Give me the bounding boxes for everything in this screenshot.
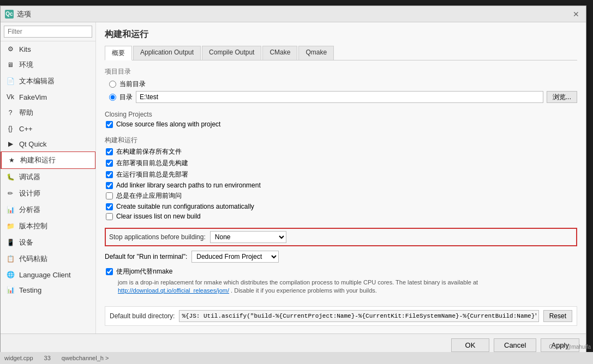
build-run-label: 构建和运行 (105, 136, 577, 145)
dir-radio-row: 目录 浏览... (109, 91, 577, 103)
tab-cmake[interactable]: CMake (262, 46, 297, 60)
browse-button[interactable]: 浏览... (547, 91, 577, 103)
cpp-icon: {} (6, 124, 15, 133)
build-run-label: 构建和运行 (20, 155, 56, 165)
add-linker-paths-checkbox[interactable] (106, 182, 113, 189)
sidebar-item-cpp[interactable]: {}C++ (1, 121, 95, 136)
always-prompt-row: 总是在停止应用前询问 (105, 191, 577, 201)
clear-issues-checkbox[interactable] (106, 213, 113, 220)
project-dir-label: 项目目录 (105, 67, 577, 76)
options-dialog: Qc 选项 ✕ ⚙Kits🖥环境📄文本编辑器VkFakeVim?帮助{}C++▶… (0, 5, 586, 357)
ok-button[interactable]: OK (451, 338, 489, 352)
version-control-icon: 📁 (6, 222, 15, 230)
debugger-icon: 🐛 (6, 173, 15, 181)
always-deploy-before-build-checkbox[interactable] (106, 160, 113, 167)
build-run-checkboxes: 在构建前保存所有文件在部署项目前总是先构建在运行项目前总是先部署Add link… (105, 147, 577, 220)
kits-icon: ⚙ (6, 45, 15, 53)
sidebar-item-kits[interactable]: ⚙Kits (1, 41, 95, 57)
save-before-build-checkbox[interactable] (106, 148, 113, 155)
dialog-title: 选项 (17, 9, 571, 19)
sidebar-item-language-client[interactable]: 🌐Language Client (1, 267, 95, 282)
sidebar-item-debugger[interactable]: 🐛调试器 (1, 169, 95, 185)
devices-icon: 📱 (6, 238, 15, 247)
tab-overview[interactable]: 概要 (105, 46, 132, 60)
tab-qmake[interactable]: Qmake (298, 46, 334, 60)
sidebar-filter-input[interactable] (4, 26, 92, 38)
sidebar-items-list: ⚙Kits🖥环境📄文本编辑器VkFakeVim?帮助{}C++▶Qt Quick… (1, 41, 95, 333)
clear-issues-row: Clear issues list on new build (105, 213, 577, 220)
dialog-body: ⚙Kits🖥环境📄文本编辑器VkFakeVim?帮助{}C++▶Qt Quick… (1, 22, 586, 333)
project-dir-radio-group: 当前目录 目录 浏览... (105, 80, 577, 103)
default-build-dir-input[interactable] (179, 310, 538, 322)
sidebar-item-analyzer[interactable]: 📊分析器 (1, 202, 95, 218)
current-dir-radio-row: 当前目录 (109, 80, 577, 89)
current-dir-radio[interactable] (109, 81, 116, 88)
sidebar-item-designer[interactable]: ✏设计师 (1, 185, 95, 202)
auto-run-configs-label: Create suitable run configurations autom… (116, 203, 254, 210)
always-deploy-before-build-label: 在部署项目前总是先构建 (116, 159, 188, 168)
sidebar-item-help[interactable]: ?帮助 (1, 105, 95, 121)
sidebar-item-text-editor[interactable]: 📄文本编辑器 (1, 73, 95, 89)
default-terminal-row: Default for "Run in terminal": Deduced F… (105, 251, 577, 263)
default-build-dir-row: Default build directory: Reset (105, 306, 577, 326)
sidebar-item-build-run[interactable]: ★构建和运行 (1, 151, 95, 169)
close-source-files-checkbox[interactable] (106, 121, 113, 128)
testing-icon: 📊 (6, 286, 15, 294)
terminal-select[interactable]: Deduced From Project Terminal None (191, 251, 279, 263)
dir-input[interactable] (136, 91, 543, 103)
cpp-label: C++ (19, 125, 33, 133)
sidebar: ⚙Kits🖥环境📄文本编辑器VkFakeVim?帮助{}C++▶Qt Quick… (1, 22, 96, 333)
always-deploy-before-run-row: 在运行项目前总是先部署 (105, 170, 577, 179)
add-linker-paths-row: Add linker library search paths to run e… (105, 181, 577, 189)
jom-desc-line2: . Disable it if you experience problems … (231, 287, 377, 294)
close-source-files-row: Close source files along with project (105, 120, 577, 128)
jom-link[interactable]: http://download.qt.io/official_releases/… (118, 287, 229, 294)
code-paste-label: 代码粘贴 (19, 254, 47, 264)
always-deploy-before-build-row: 在部署项目前总是先构建 (105, 159, 577, 168)
jom-checkbox-label: 使用jom代替nmake (116, 267, 172, 276)
add-linker-paths-label: Add linker library search paths to run e… (116, 181, 261, 189)
dir-radio[interactable] (109, 94, 116, 101)
reset-button[interactable]: Reset (543, 310, 572, 322)
text-editor-label: 文本编辑器 (19, 76, 55, 86)
auto-run-configs-row: Create suitable run configurations autom… (105, 203, 577, 210)
always-deploy-before-run-checkbox[interactable] (106, 171, 113, 178)
close-source-files-label: Close source files along with project (116, 120, 220, 128)
jom-section: 使用jom代替nmake jom is a drop-in replacemen… (105, 267, 577, 295)
sidebar-item-testing[interactable]: 📊Testing (1, 282, 95, 298)
devices-label: 设备 (19, 238, 33, 247)
tab-app-output[interactable]: Application Output (133, 46, 201, 60)
sidebar-item-devices[interactable]: 📱设备 (1, 234, 95, 251)
cancel-button[interactable]: Cancel (494, 338, 536, 352)
jom-checkbox[interactable] (106, 268, 113, 275)
stop-app-select[interactable]: None All Same (210, 231, 286, 243)
watermark: CSDN @mahuifa (549, 344, 591, 350)
dir-label: 目录 (119, 93, 133, 102)
qt-quick-label: Qt Quick (19, 140, 47, 148)
sidebar-filter-container (1, 22, 95, 41)
qt-quick-icon: ▶ (6, 139, 15, 148)
stop-app-label: Stop applications before building: (109, 233, 206, 241)
analyzer-icon: 📊 (6, 205, 15, 214)
sidebar-item-qt-quick[interactable]: ▶Qt Quick (1, 136, 95, 151)
dialog-titlebar: Qc 选项 ✕ (1, 6, 586, 22)
always-deploy-before-run-label: 在运行项目前总是先部署 (116, 170, 188, 179)
sidebar-item-fakevim[interactable]: VkFakeVim (1, 89, 95, 105)
jom-description: jom is a drop-in replacement for nmake w… (118, 278, 577, 295)
tab-compile-output[interactable]: Compile Output (202, 46, 261, 60)
sidebar-item-code-paste[interactable]: 📋代码粘贴 (1, 251, 95, 267)
testing-label: Testing (19, 286, 41, 294)
sidebar-item-version-control[interactable]: 📁版本控制 (1, 218, 95, 234)
save-before-build-row: 在构建前保存所有文件 (105, 147, 577, 156)
dialog-close-button[interactable]: ✕ (571, 9, 582, 20)
environment-label: 环境 (19, 60, 33, 70)
auto-run-configs-checkbox[interactable] (106, 203, 113, 210)
jom-checkbox-row: 使用jom代替nmake (105, 267, 577, 276)
always-prompt-checkbox[interactable] (106, 192, 113, 199)
bottom-file2: qwebchannel_h > (62, 355, 109, 361)
designer-icon: ✏ (6, 189, 15, 198)
fakevim-icon: Vk (6, 93, 15, 101)
sidebar-item-environment[interactable]: 🖥环境 (1, 57, 95, 73)
page-title: 构建和运行 (105, 29, 577, 40)
stop-applications-row: Stop applications before building: None … (105, 228, 577, 246)
